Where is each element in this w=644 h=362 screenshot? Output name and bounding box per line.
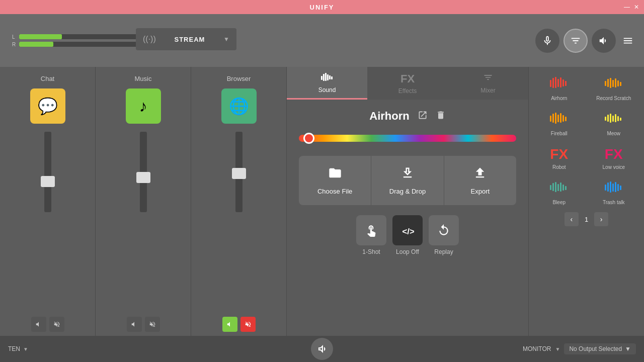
upload-icon (472, 166, 488, 184)
svg-rect-45 (612, 184, 614, 192)
soundboard-item-robot[interactable]: FX Robot (533, 141, 586, 173)
tab-effects[interactable]: FX Effects (367, 67, 448, 100)
svg-rect-9 (555, 77, 556, 88)
fireball-label: Fireball (551, 131, 568, 136)
soundboard-nav: ‹ 1 › (533, 212, 640, 226)
sound-tab-icon (321, 72, 333, 84)
replay-button[interactable]: Replay (429, 215, 459, 255)
music-monitor-button[interactable] (127, 317, 142, 332)
soundboard-item-fireball[interactable]: Fireball (533, 106, 586, 139)
download-icon (399, 166, 416, 184)
svg-rect-13 (565, 81, 567, 86)
choose-file-button[interactable]: Choose File (299, 156, 371, 205)
soundboard-item-trash-talk[interactable]: Trash talk (588, 175, 640, 208)
browser-monitor-button[interactable] (222, 317, 237, 332)
delete-sound-button[interactable] (436, 110, 446, 123)
browser-channel: Browser 🌐 (191, 67, 287, 336)
monitor-section: MONITOR ▼ No Output Selected ▼ (523, 343, 636, 354)
svg-rect-4 (329, 75, 331, 79)
edit-sound-button[interactable] (418, 110, 428, 123)
mic-settings-button[interactable] (535, 29, 559, 53)
chat-mute-button[interactable] (49, 317, 64, 332)
stream-label: STREAM (174, 36, 205, 43)
svg-rect-1 (323, 74, 325, 81)
low-voice-fx-icon: FX (605, 146, 623, 162)
svg-rect-42 (605, 185, 606, 191)
svg-rect-35 (550, 185, 551, 190)
soundboard-item-airhorn[interactable]: Airhorn (533, 71, 586, 104)
choose-file-label: Choose File (317, 188, 352, 195)
svg-rect-32 (615, 114, 616, 122)
chat-fader-thumb[interactable] (41, 176, 55, 187)
browser-mute-button[interactable] (240, 317, 256, 332)
chat-fader-area (39, 132, 56, 313)
svg-rect-47 (617, 184, 619, 191)
soundboard-item-low-voice[interactable]: FX Low voice (588, 141, 640, 173)
svg-rect-2 (325, 73, 327, 81)
export-button[interactable]: Export (444, 156, 516, 205)
soundboard-item-record-scratch[interactable]: Record Scratch (588, 71, 640, 104)
color-slider[interactable] (299, 133, 516, 144)
music-icon[interactable]: ♪ (126, 88, 161, 124)
airhorn-waveform (549, 76, 569, 94)
replay-icon (429, 215, 459, 245)
minimize-button[interactable]: — (624, 4, 630, 11)
master-volume-button[interactable] (311, 338, 333, 360)
monitor-label: MONITOR (523, 345, 551, 352)
svg-rect-12 (562, 79, 564, 86)
tab-sound[interactable]: Sound (287, 67, 367, 100)
window-controls: — ✕ (624, 4, 639, 11)
svg-rect-34 (620, 118, 621, 121)
svg-rect-16 (610, 78, 611, 88)
oneshot-label: 1-Shot (362, 248, 380, 255)
svg-rect-5 (331, 76, 333, 79)
color-slider-track (299, 135, 516, 142)
output-label: No Output Selected (569, 345, 622, 352)
color-slider-thumb[interactable] (303, 133, 314, 144)
radio-icon: ((·)) (143, 35, 156, 44)
equalizer-button[interactable] (564, 29, 588, 53)
oneshot-button[interactable]: 1-Shot (356, 215, 386, 255)
svg-rect-36 (552, 183, 554, 191)
svg-text:</>: </> (402, 226, 414, 236)
fireball-waveform (549, 111, 569, 129)
music-channel-buttons (127, 317, 160, 332)
monitor-dropdown-icon[interactable]: ▼ (555, 346, 560, 352)
chat-monitor-button[interactable] (31, 317, 46, 332)
music-mute-button[interactable] (145, 317, 160, 332)
close-button[interactable]: ✕ (634, 4, 639, 11)
prev-page-button[interactable]: ‹ (565, 212, 579, 226)
soundboard-item-meow[interactable]: Meow (588, 106, 640, 139)
music-fader-thumb[interactable] (136, 172, 150, 183)
listen-dropdown-icon[interactable]: ▼ (23, 346, 28, 352)
svg-rect-10 (557, 79, 559, 87)
soundboard-item-bleep[interactable]: Bleep (533, 175, 586, 208)
bleep-waveform (549, 180, 569, 198)
stream-selector[interactable]: ((·)) STREAM ▼ (136, 28, 236, 50)
svg-rect-31 (612, 116, 614, 122)
svg-rect-33 (617, 116, 619, 121)
tab-mixer[interactable]: Mixer (448, 67, 528, 100)
svg-rect-18 (615, 78, 616, 87)
loopoff-button[interactable]: </> Loop Off (392, 215, 423, 255)
music-fader-area (135, 132, 152, 313)
record-scratch-label: Record Scratch (596, 96, 631, 101)
audio-output-button[interactable] (592, 29, 616, 53)
chat-fader-track (44, 132, 51, 212)
soundboard-grid: Airhorn Record Scratch (533, 71, 640, 208)
loopoff-label: Loop Off (396, 248, 419, 255)
menu-button[interactable] (620, 33, 636, 49)
browser-fader-thumb[interactable] (232, 168, 246, 179)
robot-fx-icon: FX (550, 146, 568, 162)
chat-icon[interactable]: 💬 (30, 88, 65, 124)
trash-talk-waveform (604, 180, 624, 198)
robot-label: Robot (552, 164, 566, 170)
chat-channel-buttons (31, 317, 64, 332)
sound-panel: Sound FX Effects Mixer Airhorn (287, 67, 528, 336)
sound-title-row: Airhorn (299, 110, 516, 123)
drag-drop-button[interactable]: Drag & Drop (371, 156, 444, 205)
browser-icon[interactable]: 🌐 (221, 88, 257, 124)
output-selector[interactable]: No Output Selected ▼ (564, 343, 636, 354)
svg-rect-3 (327, 74, 329, 80)
next-page-button[interactable]: › (594, 212, 608, 226)
